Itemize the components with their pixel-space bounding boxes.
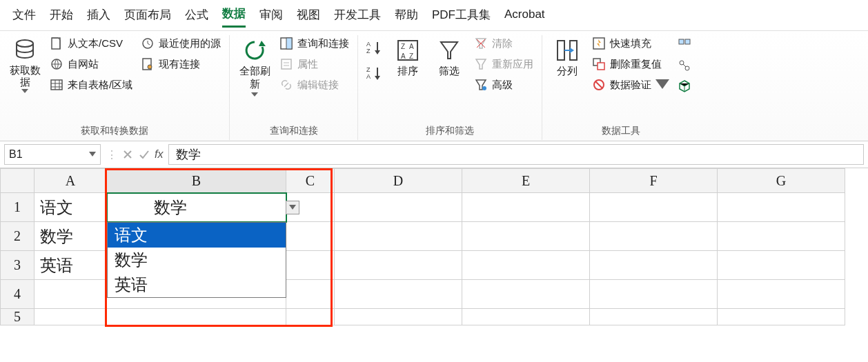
svg-marker-42 xyxy=(89,152,96,157)
cell-d1[interactable] xyxy=(335,193,462,222)
text-to-columns-button[interactable]: 分列 xyxy=(549,35,585,81)
from-web-button[interactable]: 自网站 xyxy=(48,56,134,72)
cell-g2[interactable] xyxy=(718,222,845,251)
cell-e3[interactable] xyxy=(462,251,590,280)
column-header-g[interactable]: G xyxy=(718,168,845,193)
cell-f5[interactable] xyxy=(590,309,718,325)
cell-d3[interactable] xyxy=(335,251,462,280)
column-header-c[interactable]: C xyxy=(286,168,335,193)
queries-connections-button[interactable]: 查询和连接 xyxy=(278,35,351,52)
from-text-csv-button[interactable]: 从文本/CSV xyxy=(48,35,134,52)
tab-acrobat[interactable]: Acrobat xyxy=(504,8,545,26)
cell-a2[interactable]: 数学 xyxy=(34,222,107,251)
cell-c3[interactable] xyxy=(286,251,335,280)
cell-c5[interactable] xyxy=(286,309,335,325)
cell-b1[interactable]: 数学 xyxy=(107,193,286,222)
tab-page-layout[interactable]: 页面布局 xyxy=(124,7,171,27)
cell-g1[interactable] xyxy=(718,193,845,222)
funnel-reapply-icon xyxy=(474,57,488,71)
consolidate-icon xyxy=(678,38,691,52)
cell-d4[interactable] xyxy=(335,280,462,309)
cell-a1[interactable]: 语文 xyxy=(34,193,107,222)
cell-c4[interactable] xyxy=(286,280,335,309)
cell-f1[interactable] xyxy=(590,193,718,222)
row-header-4[interactable]: 4 xyxy=(0,280,34,309)
validation-option-1[interactable]: 数学 xyxy=(108,248,286,272)
existing-connections-button[interactable]: 现有连接 xyxy=(139,56,222,72)
cell-b5[interactable] xyxy=(107,309,286,325)
row-header-1[interactable]: 1 xyxy=(0,193,34,222)
filter-button[interactable]: 筛选 xyxy=(431,35,467,81)
data-validation-list[interactable]: 语文 数学 英语 xyxy=(107,222,286,298)
column-header-d[interactable]: D xyxy=(335,168,462,193)
formula-input[interactable]: 数学 xyxy=(168,144,864,165)
cell-g5[interactable] xyxy=(718,309,845,325)
cell-a4[interactable] xyxy=(34,280,107,309)
cell-f2[interactable] xyxy=(590,222,718,251)
tab-help[interactable]: 帮助 xyxy=(395,7,418,27)
svg-marker-1 xyxy=(21,89,28,93)
cell-c2[interactable] xyxy=(286,222,335,251)
tab-home[interactable]: 开始 xyxy=(50,7,73,27)
cell-g3[interactable] xyxy=(718,251,845,280)
sort-desc-button[interactable]: ZA xyxy=(365,65,384,83)
sort-asc-button[interactable]: AZ xyxy=(365,39,384,58)
enter-icon[interactable] xyxy=(138,148,150,161)
tab-insert[interactable]: 插入 xyxy=(87,7,110,27)
tab-view[interactable]: 视图 xyxy=(297,7,320,27)
data-model-icon-button[interactable] xyxy=(676,78,693,94)
tab-file[interactable]: 文件 xyxy=(12,7,36,27)
refresh-all-button[interactable]: 全部刷新 xyxy=(237,35,273,99)
tab-pdf-tools[interactable]: PDF工具集 xyxy=(432,7,491,27)
select-all-corner[interactable] xyxy=(0,168,34,193)
svg-marker-31 xyxy=(570,48,574,53)
tab-formulas[interactable]: 公式 xyxy=(185,7,208,27)
cell-e4[interactable] xyxy=(462,280,590,309)
relationships-icon-button[interactable] xyxy=(676,57,693,74)
column-header-b[interactable]: B xyxy=(107,168,286,193)
column-header-a[interactable]: A xyxy=(34,168,107,193)
name-box[interactable]: B1 xyxy=(4,144,101,165)
validation-option-0[interactable]: 语文 xyxy=(108,223,286,248)
row-header-5[interactable]: 5 xyxy=(0,309,34,325)
fx-label[interactable]: fx xyxy=(155,148,163,161)
cell-g4[interactable] xyxy=(718,280,845,309)
row-header-2[interactable]: 2 xyxy=(0,222,34,251)
consolidate-icon-button[interactable] xyxy=(676,37,693,53)
validation-option-2[interactable]: 英语 xyxy=(108,272,286,297)
cell-e2[interactable] xyxy=(462,222,590,251)
cell-f4[interactable] xyxy=(590,280,718,309)
remove-duplicates-button[interactable]: 删除重复值 xyxy=(591,56,671,72)
cell-d5[interactable] xyxy=(335,309,462,325)
tab-review[interactable]: 审阅 xyxy=(259,7,283,27)
cell-e5[interactable] xyxy=(462,309,590,325)
get-data-button[interactable]: 获取数 据 xyxy=(7,35,43,96)
row-5: 5 xyxy=(0,309,868,325)
remove-duplicates-icon xyxy=(592,57,606,71)
link-icon xyxy=(279,78,293,92)
sort-za-icon: ZA xyxy=(365,65,384,81)
advanced-filter-button[interactable]: 高级 xyxy=(473,77,535,93)
tab-data[interactable]: 数据 xyxy=(222,6,246,28)
cell-a5[interactable] xyxy=(34,309,107,325)
cell-a3[interactable]: 英语 xyxy=(34,251,107,280)
row-header-3[interactable]: 3 xyxy=(0,251,34,280)
cancel-icon[interactable] xyxy=(121,148,134,161)
group-label-data-tools: 数据工具 xyxy=(549,123,693,140)
column-header-e[interactable]: E xyxy=(462,168,590,193)
recent-icon xyxy=(141,37,155,50)
flash-fill-button[interactable]: 快速填充 xyxy=(591,35,671,52)
sort-button[interactable]: ZAAZ 排序 xyxy=(390,35,426,81)
cell-f3[interactable] xyxy=(590,251,718,280)
ribbon-group-sort-filter: AZ ZA ZAAZ 排序 筛选 清 xyxy=(358,35,542,140)
tab-developer[interactable]: 开发工具 xyxy=(334,7,381,27)
data-validation-dropdown-button[interactable] xyxy=(286,201,299,214)
row-1: 1 语文 数学 xyxy=(0,193,868,222)
recent-sources-button[interactable]: 最近使用的源 xyxy=(139,35,222,52)
from-table-range-button[interactable]: 来自表格/区域 xyxy=(48,77,134,93)
data-validation-button[interactable]: 数据验证 xyxy=(591,77,671,93)
svg-marker-26 xyxy=(476,59,486,69)
column-header-f[interactable]: F xyxy=(590,168,718,193)
cell-d2[interactable] xyxy=(335,222,462,251)
cell-e1[interactable] xyxy=(462,193,590,222)
